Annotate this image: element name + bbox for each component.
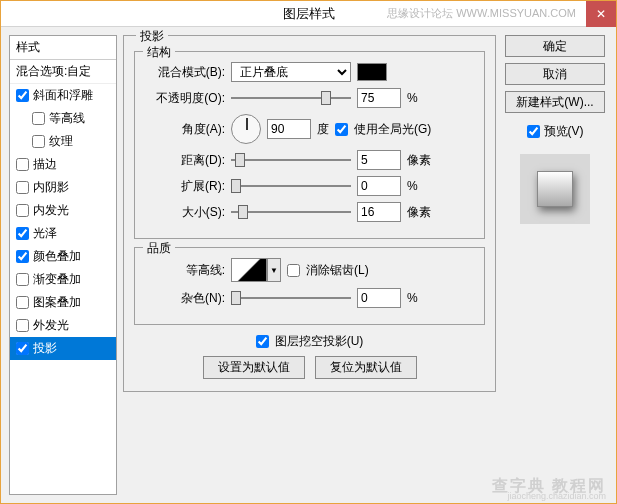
- preview-inner: [537, 171, 573, 207]
- global-light-checkbox[interactable]: [335, 123, 348, 136]
- knockout-label: 图层挖空投影(U): [275, 333, 364, 350]
- sidebar-checkbox-9[interactable]: [16, 296, 29, 309]
- contour-label: 等高线:: [145, 262, 225, 279]
- sidebar-checkbox-8[interactable]: [16, 273, 29, 286]
- antialias-label: 消除锯齿(L): [306, 262, 369, 279]
- sidebar-checkbox-7[interactable]: [16, 250, 29, 263]
- angle-label: 角度(A):: [145, 121, 225, 138]
- spread-input[interactable]: [357, 176, 401, 196]
- sidebar-item-label: 渐变叠加: [33, 271, 81, 288]
- distance-slider[interactable]: [231, 152, 351, 168]
- sidebar-item-4[interactable]: 内阴影: [10, 176, 116, 199]
- sidebar-checkbox-1[interactable]: [32, 112, 45, 125]
- sidebar-checkbox-4[interactable]: [16, 181, 29, 194]
- noise-unit: %: [407, 291, 418, 305]
- opacity-slider[interactable]: [231, 90, 351, 106]
- sidebar-item-0[interactable]: 斜面和浮雕: [10, 84, 116, 107]
- sidebar-header: 样式: [10, 36, 116, 60]
- contour-dropdown-icon[interactable]: ▼: [267, 258, 281, 282]
- opacity-label: 不透明度(O):: [145, 90, 225, 107]
- styles-sidebar: 样式 混合选项:自定 斜面和浮雕等高线纹理描边内阴影内发光光泽颜色叠加渐变叠加图…: [9, 35, 117, 495]
- sidebar-checkbox-6[interactable]: [16, 227, 29, 240]
- sidebar-item-5[interactable]: 内发光: [10, 199, 116, 222]
- sidebar-checkbox-3[interactable]: [16, 158, 29, 171]
- content: 样式 混合选项:自定 斜面和浮雕等高线纹理描边内阴影内发光光泽颜色叠加渐变叠加图…: [1, 27, 616, 503]
- sidebar-checkbox-11[interactable]: [16, 342, 29, 355]
- close-button[interactable]: ✕: [586, 1, 616, 27]
- new-style-button[interactable]: 新建样式(W)...: [505, 91, 605, 113]
- watermark-text: 思缘设计论坛 WWW.MISSYUAN.COM: [387, 6, 576, 21]
- sidebar-item-11[interactable]: 投影: [10, 337, 116, 360]
- contour-picker[interactable]: [231, 258, 267, 282]
- sidebar-item-label: 斜面和浮雕: [33, 87, 93, 104]
- preview-thumbnail: [520, 154, 590, 224]
- sidebar-checkbox-10[interactable]: [16, 319, 29, 332]
- cancel-button[interactable]: 取消: [505, 63, 605, 85]
- spread-unit: %: [407, 179, 418, 193]
- distance-input[interactable]: [357, 150, 401, 170]
- sidebar-item-label: 内阴影: [33, 179, 69, 196]
- blend-mode-label: 混合模式(B):: [145, 64, 225, 81]
- sidebar-checkbox-5[interactable]: [16, 204, 29, 217]
- preview-checkbox[interactable]: [527, 125, 540, 138]
- sidebar-item-label: 外发光: [33, 317, 69, 334]
- window-title: 图层样式: [283, 5, 335, 23]
- size-label: 大小(S):: [145, 204, 225, 221]
- angle-dial[interactable]: [231, 114, 261, 144]
- main-panel: 投影 结构 混合模式(B): 正片叠底 不透明度(O):: [123, 35, 496, 495]
- sidebar-item-9[interactable]: 图案叠加: [10, 291, 116, 314]
- opacity-input[interactable]: [357, 88, 401, 108]
- sidebar-item-7[interactable]: 颜色叠加: [10, 245, 116, 268]
- sidebar-checkbox-2[interactable]: [32, 135, 45, 148]
- noise-input[interactable]: [357, 288, 401, 308]
- sidebar-item-6[interactable]: 光泽: [10, 222, 116, 245]
- sidebar-item-label: 等高线: [49, 110, 85, 127]
- drop-shadow-section: 投影 结构 混合模式(B): 正片叠底 不透明度(O):: [123, 35, 496, 392]
- distance-label: 距离(D):: [145, 152, 225, 169]
- reset-default-button[interactable]: 复位为默认值: [315, 356, 417, 379]
- sidebar-item-label: 图案叠加: [33, 294, 81, 311]
- preview-label: 预览(V): [544, 123, 584, 140]
- opacity-unit: %: [407, 91, 418, 105]
- size-input[interactable]: [357, 202, 401, 222]
- sidebar-item-10[interactable]: 外发光: [10, 314, 116, 337]
- sidebar-checkbox-0[interactable]: [16, 89, 29, 102]
- sidebar-item-label: 颜色叠加: [33, 248, 81, 265]
- layer-style-dialog: 图层样式 思缘设计论坛 WWW.MISSYUAN.COM ✕ 样式 混合选项:自…: [0, 0, 617, 504]
- sidebar-item-2[interactable]: 纹理: [10, 130, 116, 153]
- set-default-button[interactable]: 设置为默认值: [203, 356, 305, 379]
- section-title: 投影: [136, 28, 168, 45]
- size-unit: 像素: [407, 204, 431, 221]
- antialias-checkbox[interactable]: [287, 264, 300, 277]
- titlebar: 图层样式 思缘设计论坛 WWW.MISSYUAN.COM ✕: [1, 1, 616, 27]
- close-icon: ✕: [596, 7, 606, 21]
- angle-unit: 度: [317, 121, 329, 138]
- structure-title: 结构: [143, 44, 175, 61]
- quality-title: 品质: [143, 240, 175, 257]
- distance-unit: 像素: [407, 152, 431, 169]
- sidebar-item-8[interactable]: 渐变叠加: [10, 268, 116, 291]
- noise-label: 杂色(N):: [145, 290, 225, 307]
- sidebar-item-1[interactable]: 等高线: [10, 107, 116, 130]
- quality-group: 品质 等高线: ▼ 消除锯齿(L) 杂色(N):: [134, 247, 485, 325]
- sidebar-item-label: 光泽: [33, 225, 57, 242]
- right-panel: 确定 取消 新建样式(W)... 预览(V): [502, 35, 608, 495]
- size-slider[interactable]: [231, 204, 351, 220]
- noise-slider[interactable]: [231, 290, 351, 306]
- spread-label: 扩展(R):: [145, 178, 225, 195]
- sidebar-item-3[interactable]: 描边: [10, 153, 116, 176]
- ok-button[interactable]: 确定: [505, 35, 605, 57]
- shadow-color-swatch[interactable]: [357, 63, 387, 81]
- sidebar-item-label: 纹理: [49, 133, 73, 150]
- spread-slider[interactable]: [231, 178, 351, 194]
- sidebar-item-label: 投影: [33, 340, 57, 357]
- sidebar-item-label: 内发光: [33, 202, 69, 219]
- structure-group: 结构 混合模式(B): 正片叠底 不透明度(O): %: [134, 51, 485, 239]
- knockout-checkbox[interactable]: [256, 335, 269, 348]
- global-light-label: 使用全局光(G): [354, 121, 431, 138]
- blend-mode-select[interactable]: 正片叠底: [231, 62, 351, 82]
- blend-options-item[interactable]: 混合选项:自定: [10, 60, 116, 84]
- angle-input[interactable]: [267, 119, 311, 139]
- sidebar-item-label: 描边: [33, 156, 57, 173]
